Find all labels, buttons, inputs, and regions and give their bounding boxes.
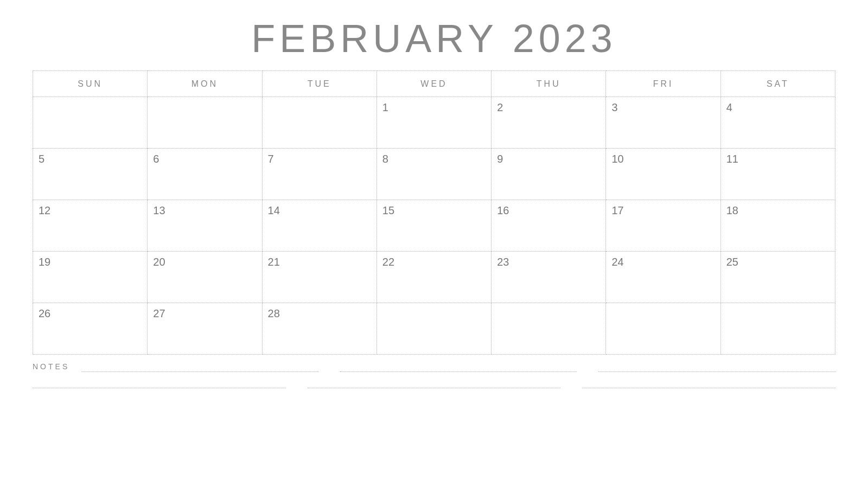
day-cell: 24: [606, 252, 720, 303]
day-cell: 16: [492, 200, 606, 252]
day-cell: 28: [262, 303, 376, 355]
day-cell: 15: [376, 200, 491, 252]
day-cell: 14: [262, 200, 376, 252]
notes-label: NOTES: [33, 362, 76, 371]
day-number: 5: [39, 153, 142, 165]
notes-line-group-1: [81, 361, 835, 372]
notes-line-2b: [308, 377, 561, 388]
day-cell: 8: [376, 149, 491, 200]
notes-lines-row-2: [33, 377, 835, 388]
week-row-5: 262728: [33, 303, 835, 355]
day-number: 25: [726, 256, 829, 268]
day-cell: 21: [262, 252, 376, 303]
day-number: 15: [382, 204, 486, 217]
day-number: 20: [153, 256, 256, 268]
day-number: 10: [611, 153, 714, 165]
day-cell: 11: [720, 149, 835, 200]
day-cell: 19: [33, 252, 148, 303]
notes-line-2c: [582, 377, 835, 388]
notes-section: NOTES: [33, 361, 835, 388]
day-cell: [148, 97, 262, 149]
week-row-2: 567891011: [33, 149, 835, 200]
day-header-tue: TUE: [262, 71, 376, 97]
day-cell: 17: [606, 200, 720, 252]
week-row-1: 1234: [33, 97, 835, 149]
notes-line-1b: [340, 361, 577, 372]
day-header-wed: WED: [376, 71, 491, 97]
day-cell: 27: [148, 303, 262, 355]
day-number: 12: [39, 204, 142, 217]
day-number: 17: [611, 204, 714, 217]
notes-line-1c: [598, 361, 835, 372]
day-number: 16: [497, 204, 600, 217]
day-cell: [376, 303, 491, 355]
day-number: 23: [497, 256, 600, 268]
notes-line-2a: [33, 377, 286, 388]
day-cell: [720, 303, 835, 355]
day-number: 3: [611, 101, 714, 114]
day-cell: 13: [148, 200, 262, 252]
week-row-4: 19202122232425: [33, 252, 835, 303]
day-number: 26: [39, 307, 142, 320]
day-number: 9: [497, 153, 600, 165]
day-number: 7: [268, 153, 371, 165]
day-number: 27: [153, 307, 256, 320]
day-number: 24: [611, 256, 714, 268]
day-number: 2: [497, 101, 600, 114]
day-cell: 12: [33, 200, 148, 252]
calendar-title: FEBRUARY 2023: [251, 16, 617, 61]
day-cell: 4: [720, 97, 835, 149]
day-cell: 18: [720, 200, 835, 252]
day-number: 21: [268, 256, 371, 268]
day-number: 14: [268, 204, 371, 217]
day-cell: [492, 303, 606, 355]
day-cell: 23: [492, 252, 606, 303]
day-number: 28: [268, 307, 371, 320]
day-cell: 7: [262, 149, 376, 200]
day-number: 22: [382, 256, 486, 268]
day-cell: 3: [606, 97, 720, 149]
day-header-mon: MON: [148, 71, 262, 97]
day-cell: 6: [148, 149, 262, 200]
day-cell: 20: [148, 252, 262, 303]
notes-row-2: [33, 377, 835, 388]
day-cell: 25: [720, 252, 835, 303]
day-cell: 22: [376, 252, 491, 303]
day-cell: 1: [376, 97, 491, 149]
day-number: 1: [382, 101, 486, 114]
day-cell: 10: [606, 149, 720, 200]
day-number: 18: [726, 204, 829, 217]
calendar-grid: SUNMONTUEWEDTHUFRISAT 123456789101112131…: [33, 70, 835, 355]
day-number: 4: [726, 101, 829, 114]
day-cell: 5: [33, 149, 148, 200]
day-header-fri: FRI: [606, 71, 720, 97]
notes-line-1a: [81, 361, 318, 372]
day-cell: 2: [492, 97, 606, 149]
day-cell: 9: [492, 149, 606, 200]
week-row-3: 12131415161718: [33, 200, 835, 252]
day-header-sun: SUN: [33, 71, 148, 97]
day-cell: [33, 97, 148, 149]
day-number: 13: [153, 204, 256, 217]
day-number: 8: [382, 153, 486, 165]
day-cell: [262, 97, 376, 149]
day-cell: [606, 303, 720, 355]
day-header-thu: THU: [492, 71, 606, 97]
days-header-row: SUNMONTUEWEDTHUFRISAT: [33, 71, 835, 97]
day-number: 19: [39, 256, 142, 268]
day-header-sat: SAT: [720, 71, 835, 97]
day-number: 11: [726, 153, 829, 165]
notes-row-1: NOTES: [33, 361, 835, 372]
day-number: 6: [153, 153, 256, 165]
day-cell: 26: [33, 303, 148, 355]
